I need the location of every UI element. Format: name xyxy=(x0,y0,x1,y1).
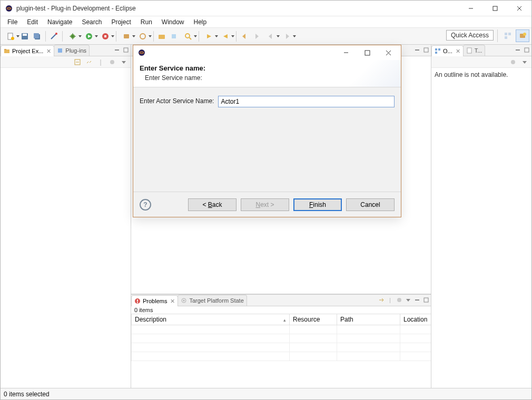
project-explorer-icon xyxy=(4,48,10,54)
next-annotation-button[interactable] xyxy=(201,31,217,42)
minimize-view-button[interactable] xyxy=(113,46,121,54)
menu-run[interactable]: Run xyxy=(136,17,157,27)
table-row[interactable] xyxy=(132,343,431,352)
svg-rect-33 xyxy=(505,33,507,35)
menu-window[interactable]: Window xyxy=(157,17,189,27)
toggle-breadcrumb-button[interactable] xyxy=(48,31,60,42)
project-explorer-body[interactable] xyxy=(1,68,131,388)
open-type-button[interactable] xyxy=(156,31,168,42)
back-button[interactable]: < Back xyxy=(188,198,237,211)
svg-rect-69 xyxy=(365,51,370,55)
filter-button[interactable] xyxy=(395,296,403,304)
window-minimize-button[interactable] xyxy=(459,1,483,16)
problems-table[interactable]: Description▴ Resource Path Location Type xyxy=(131,314,431,388)
focus-task-button[interactable] xyxy=(107,57,117,67)
svg-rect-58 xyxy=(435,48,437,51)
table-row[interactable] xyxy=(132,352,431,361)
tab-target-platform[interactable]: Target Platform State xyxy=(178,295,247,306)
new-button[interactable] xyxy=(3,31,18,42)
maximize-editor-button[interactable] xyxy=(422,46,430,54)
svg-rect-34 xyxy=(508,33,511,35)
tab-problems[interactable]: Problems ✕ xyxy=(131,295,178,306)
search-toolbar-button[interactable] xyxy=(180,31,196,42)
tab-label: Problems xyxy=(143,298,167,304)
new-plugin-button[interactable] xyxy=(119,31,134,42)
debug-button[interactable] xyxy=(65,31,81,42)
maximize-view-button[interactable] xyxy=(422,296,430,304)
svg-rect-57 xyxy=(424,298,428,302)
menu-search[interactable]: Search xyxy=(77,17,106,27)
plugin-dev-perspective-button[interactable] xyxy=(516,29,529,42)
view-menu-button[interactable] xyxy=(520,57,529,67)
maximize-view-button[interactable] xyxy=(523,46,530,54)
help-button[interactable]: ? xyxy=(140,199,151,211)
wizard-dialog: Enter Service name: Enter Service name: … xyxy=(133,45,401,217)
tab-tasklist[interactable]: T... xyxy=(463,45,486,56)
link-editor-button[interactable] xyxy=(84,57,94,67)
close-icon[interactable]: ✕ xyxy=(46,48,51,55)
run-external-button[interactable] xyxy=(97,31,113,42)
col-resource[interactable]: Resource xyxy=(290,314,337,325)
nav-back-button[interactable] xyxy=(239,31,250,42)
problems-count: 0 items xyxy=(131,306,431,314)
open-target-button[interactable] xyxy=(135,31,151,42)
view-menu-button[interactable] xyxy=(404,296,412,304)
svg-rect-23 xyxy=(159,35,165,39)
svg-marker-32 xyxy=(286,34,289,39)
svg-rect-38 xyxy=(4,49,9,53)
run-button[interactable] xyxy=(81,31,97,42)
nav-forward-button[interactable] xyxy=(251,31,262,42)
col-location[interactable]: Location xyxy=(400,314,431,325)
tab-plugins[interactable]: Plug-ins xyxy=(54,45,90,56)
menu-navigate[interactable]: Navigate xyxy=(43,17,77,27)
svg-point-54 xyxy=(397,298,401,302)
view-menu-button[interactable] xyxy=(119,57,129,67)
dialog-close-button[interactable] xyxy=(378,46,399,59)
svg-point-7 xyxy=(11,37,14,40)
table-row[interactable] xyxy=(132,334,431,343)
prev-annotation-button[interactable] xyxy=(218,31,233,42)
service-name-input[interactable] xyxy=(218,96,395,107)
col-path[interactable]: Path xyxy=(337,314,400,325)
cancel-button[interactable]: Cancel xyxy=(346,198,395,211)
menu-project[interactable]: Project xyxy=(106,17,135,27)
maximize-view-button[interactable] xyxy=(122,46,130,54)
menu-file[interactable]: File xyxy=(3,17,22,27)
collapse-all-button[interactable] xyxy=(73,57,82,67)
svg-marker-65 xyxy=(523,61,527,64)
col-description[interactable]: Description▴ xyxy=(132,314,290,325)
nav-back-history-button[interactable] xyxy=(263,31,279,42)
open-task-button[interactable] xyxy=(168,31,180,42)
dialog-maximize-button[interactable] xyxy=(357,46,378,59)
close-icon[interactable]: ✕ xyxy=(170,298,175,305)
svg-marker-46 xyxy=(122,61,126,64)
save-button[interactable] xyxy=(19,31,31,42)
dialog-minimize-button[interactable] xyxy=(336,46,357,59)
window-close-button[interactable] xyxy=(507,1,531,16)
svg-point-37 xyxy=(523,33,526,36)
minimize-view-button[interactable] xyxy=(514,46,521,54)
dialog-button-bar: ? < Back Next > Finish Cancel xyxy=(133,192,401,217)
service-name-label: Enter Actor Service Name: xyxy=(140,96,214,105)
menu-help[interactable]: Help xyxy=(189,17,212,27)
minimize-view-button[interactable] xyxy=(413,296,421,304)
open-perspective-button[interactable] xyxy=(501,29,515,42)
nav-fwd-history-button[interactable] xyxy=(279,31,295,42)
tab-label: Project Ex... xyxy=(12,48,43,54)
focus-button[interactable] xyxy=(377,296,385,304)
quick-access-button[interactable]: Quick Access xyxy=(446,30,494,41)
window-maximize-button[interactable] xyxy=(483,1,507,16)
outline-icon xyxy=(435,48,441,54)
tab-project-explorer[interactable]: Project Ex... ✕ xyxy=(1,45,54,56)
save-all-button[interactable] xyxy=(31,31,43,42)
menubar: File Edit Navigate Search Project Run Wi… xyxy=(1,16,531,28)
finish-button[interactable]: Finish xyxy=(293,198,342,211)
table-row[interactable] xyxy=(132,325,431,334)
menu-edit[interactable]: Edit xyxy=(22,17,43,27)
minimize-editor-button[interactable] xyxy=(413,46,421,54)
close-icon[interactable]: ✕ xyxy=(456,48,460,55)
svg-rect-40 xyxy=(58,48,62,53)
tab-outline[interactable]: O... ✕ xyxy=(431,45,464,56)
focus-task-button[interactable] xyxy=(508,57,518,67)
svg-point-13 xyxy=(55,33,57,35)
